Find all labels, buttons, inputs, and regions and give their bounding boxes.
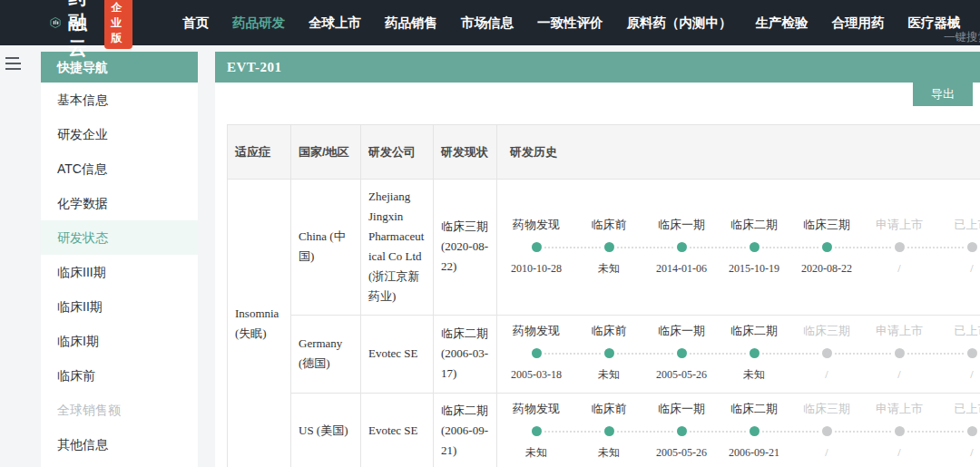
timeline-stage: 临床二期 未知 — [718, 323, 790, 384]
timeline-stage: 临床一期 2005-05-26 — [645, 323, 718, 384]
nav-item-market-info[interactable]: 市场信息 — [461, 15, 514, 32]
stage-dot — [604, 348, 614, 358]
header-status: 研发现状 — [434, 125, 497, 180]
table-header-row: 适应症 国家/地区 研发公司 研发现状 研发历史 — [228, 125, 980, 180]
sidebar-item-phase-1[interactable]: 临床I期 — [41, 324, 198, 358]
header-indication: 适应症 — [228, 125, 291, 180]
timeline-row-3: 药物发现 未知 临床前 未知 临床一期 2005-05-26 — [500, 401, 980, 462]
timeline-stage: 临床前 未知 — [573, 217, 645, 277]
stage-dot — [604, 426, 614, 436]
timeline-stage: 临床二期 2006-09-21 — [718, 401, 790, 462]
stage-dot — [604, 242, 614, 252]
timeline-stage: 药物发现 未知 — [500, 401, 573, 462]
table-row: Insomnia (失眠) China (中国) Zhejiang Jingxi… — [228, 180, 980, 316]
stage-dot — [750, 242, 760, 252]
stage-dot — [532, 242, 542, 252]
timeline-stage: 申请上市 / — [863, 217, 936, 277]
nav-item-api-beta[interactable]: 原料药（内测中） — [627, 15, 732, 32]
nav-item-drug-rd[interactable]: 药品研发 — [232, 15, 285, 32]
history-cell: 药物发现 2005-03-18 临床前 未知 临床一期 2005-05-26 — [497, 315, 980, 393]
stage-dot — [750, 348, 760, 358]
nav-item-medical-devices[interactable]: 医疗器械 — [908, 15, 961, 32]
history-cell: 药物发现 未知 临床前 未知 临床一期 2005-05-26 — [497, 393, 980, 467]
top-nav-bar: 药融云 企业版 首页 药品研发 全球上市 药品销售 市场信息 一致性评价 原料药… — [0, 0, 980, 45]
timeline-stage: 临床三期 / — [790, 323, 863, 384]
timeline-row-2: 药物发现 2005-03-18 临床前 未知 临床一期 2005-05-26 — [500, 323, 980, 384]
stage-dot — [822, 242, 832, 252]
timeline-stage: 已上市 / — [936, 323, 980, 384]
nav-item-consistency-eval[interactable]: 一致性评价 — [537, 15, 603, 32]
nav-item-rational-use[interactable]: 合理用药 — [832, 15, 885, 32]
logo[interactable]: 药融云 企业版 — [50, 0, 132, 61]
stage-dot — [677, 242, 687, 252]
status-cell: 临床二期 (2006-03-17) — [434, 315, 497, 393]
stage-dot — [677, 426, 687, 436]
nav-item-drug-sales[interactable]: 药品销售 — [385, 15, 437, 32]
country-cell: China (中国) — [291, 180, 361, 316]
nav-item-global-launch[interactable]: 全球上市 — [309, 15, 361, 32]
stage-dot — [532, 348, 542, 358]
sidebar-item-global-sales: 全球销售额 — [41, 393, 198, 427]
history-cell: 药物发现 2010-10-28 临床前 未知 临床一期 2014-01-06 — [497, 180, 980, 316]
nav-menu: 首页 药品研发 全球上市 药品销售 市场信息 一致性评价 原料药（内测中） 生产… — [171, 15, 973, 32]
stage-dot — [895, 426, 905, 436]
header-country: 国家/地区 — [291, 125, 361, 180]
sidebar-item-atc-info[interactable]: ATC信息 — [41, 151, 198, 186]
timeline-row-1: 药物发现 2010-10-28 临床前 未知 临床一期 2014-01-06 — [500, 217, 980, 277]
quick-search-label[interactable]: 一键搜索 — [944, 30, 980, 45]
sidebar-item-chemical-data[interactable]: 化学数据 — [41, 186, 198, 220]
stage-dot — [967, 348, 977, 358]
enterprise-badge: 企业版 — [104, 0, 132, 49]
stage-dot — [895, 348, 905, 358]
nav-item-home[interactable]: 首页 — [182, 15, 209, 32]
sidebar-item-other-info[interactable]: 其他信息 — [41, 427, 198, 462]
timeline-stage: 临床一期 2014-01-06 — [645, 217, 718, 277]
country-cell: US (美国) — [291, 393, 361, 467]
timeline-stage: 临床前 未知 — [573, 323, 645, 384]
timeline-stage: 申请上市 / — [863, 401, 936, 462]
rd-status-table: 适应症 国家/地区 研发公司 研发现状 研发历史 Insomnia (失眠) C… — [227, 124, 980, 467]
stage-dot — [822, 348, 832, 358]
nav-item-production-inspection[interactable]: 生产检验 — [756, 15, 808, 32]
indication-cell: Insomnia (失眠) — [228, 180, 291, 467]
quick-nav-sidebar: 快捷导航 基本信息 研发企业 ATC信息 化学数据 研发状态 临床III期 临床… — [41, 52, 198, 467]
stage-dot — [822, 426, 832, 436]
sidebar-item-rd-status[interactable]: 研发状态 — [41, 220, 198, 255]
header-history: 研发历史 — [497, 125, 980, 180]
company-cell: Evotec SE — [361, 393, 434, 467]
main-content-panel: EVT-201 导出 适应症 国家/地区 研发公司 研发现状 研发历史 Inso… — [215, 52, 980, 467]
stage-dot — [750, 426, 760, 436]
timeline-stage: 已上市 / — [936, 401, 980, 462]
sidebar-item-phase-2[interactable]: 临床II期 — [41, 289, 198, 324]
logo-text: 药融云 — [68, 0, 97, 61]
sidebar-item-phase-3[interactable]: 临床III期 — [41, 255, 198, 289]
status-cell: 临床二期 (2006-09-21) — [434, 393, 497, 467]
stage-dot — [677, 348, 687, 358]
timeline-stage: 申请上市 / — [863, 323, 936, 384]
timeline-stage: 临床三期 2020-08-22 — [790, 217, 863, 277]
stage-dot — [967, 426, 977, 436]
timeline-stage: 已上市 / — [936, 217, 980, 277]
sidebar-item-basic-info[interactable]: 基本信息 — [41, 83, 198, 117]
company-cell: Evotec SE — [361, 315, 434, 393]
company-cell: Zhejiang Jingxin Pharmaceutical Co Ltd (… — [361, 180, 434, 316]
timeline-stage: 临床前 未知 — [573, 401, 645, 462]
timeline-stage: 临床一期 2005-05-26 — [645, 401, 718, 462]
header-company: 研发公司 — [361, 125, 434, 180]
page-title: EVT-201 — [215, 52, 980, 83]
timeline-stage: 药物发现 2010-10-28 — [500, 217, 573, 277]
sidebar-item-preclinical[interactable]: 临床前 — [41, 358, 198, 393]
export-button[interactable]: 导出 — [913, 82, 973, 106]
stage-dot — [532, 426, 542, 436]
table-row: US (美国) Evotec SE 临床二期 (2006-09-21) 药物发现… — [228, 393, 980, 467]
stage-dot — [895, 242, 905, 252]
status-cell: 临床三期 (2020-08-22) — [434, 180, 497, 316]
logo-icon — [50, 11, 61, 34]
timeline-stage: 临床三期 / — [790, 401, 863, 462]
sidebar-collapse-icon[interactable] — [5, 57, 21, 73]
country-cell: Germany (德国) — [291, 315, 361, 393]
stage-dot — [967, 242, 977, 252]
timeline-stage: 临床二期 2015-10-19 — [718, 217, 790, 277]
table-row: Germany (德国) Evotec SE 临床二期 (2006-03-17)… — [228, 315, 980, 393]
sidebar-item-rd-companies[interactable]: 研发企业 — [41, 117, 198, 151]
